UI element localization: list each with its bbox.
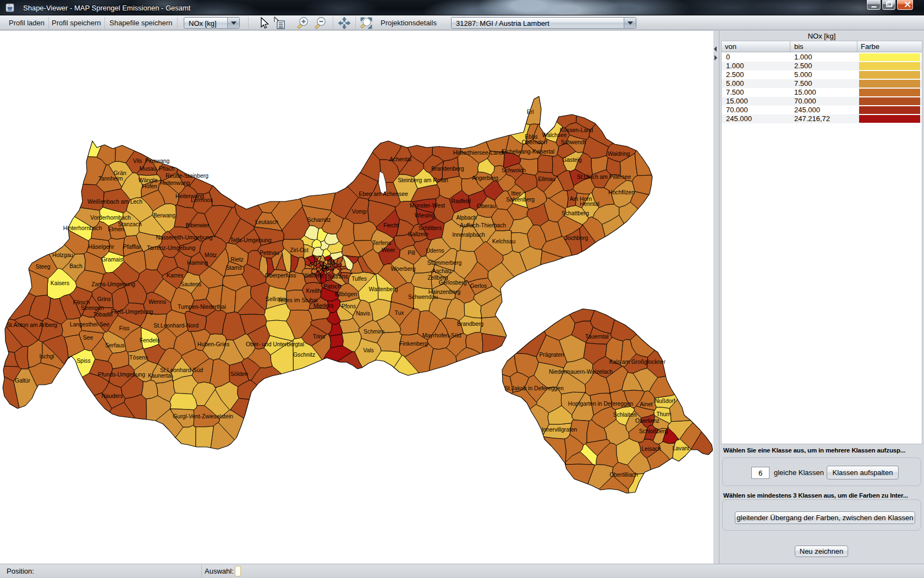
svg-text:Gurgl-Vent-Zwieselstein: Gurgl-Vent-Zwieselstein — [173, 413, 233, 419]
svg-text:Aschau: Aschau — [432, 268, 452, 274]
svg-text:Musau: Musau — [140, 166, 157, 172]
svg-text:Strengen: Strengen — [81, 305, 104, 311]
svg-text:Prägraten: Prägraten — [539, 352, 564, 358]
svg-text:Leutasch: Leutasch — [255, 219, 278, 225]
svg-text:Sautens: Sautens — [180, 281, 201, 287]
svg-text:Galtür: Galtür — [15, 378, 31, 384]
svg-text:Salvenberg: Salvenberg — [506, 197, 535, 203]
svg-text:Heitenwang: Heitenwang — [160, 180, 190, 186]
svg-text:Ellmau: Ellmau — [538, 176, 556, 182]
svg-text:Zirl-Ost: Zirl-Ost — [290, 247, 309, 253]
svg-text:Nauders: Nauders — [102, 393, 123, 399]
svg-text:Vorderhornbach: Vorderhornbach — [90, 215, 131, 221]
svg-text:Tösens: Tösens — [129, 355, 148, 361]
svg-text:Brandberg: Brandberg — [457, 321, 483, 327]
svg-text:Gerlosberg: Gerlosberg — [439, 280, 467, 286]
svg-text:Rietz: Rietz — [230, 257, 243, 263]
svg-text:Pfunds-Umgebung: Pfunds-Umgebung — [98, 372, 145, 378]
svg-text:St.Anton am Arlberg: St.Anton am Arlberg — [7, 322, 57, 328]
svg-text:Fiecht: Fiecht — [383, 222, 399, 228]
svg-text:Patsch: Patsch — [323, 283, 341, 290]
svg-text:Gallzein: Gallzein — [408, 231, 428, 237]
svg-text:Ainet: Ainet — [640, 401, 653, 407]
svg-text:Biberwier: Biberwier — [186, 222, 210, 228]
svg-text:Stummerberg: Stummerberg — [427, 260, 462, 266]
svg-text:Kals am Großglockner: Kals am Großglockner — [609, 359, 666, 365]
svg-text:Gasteig: Gasteig — [562, 157, 582, 163]
svg-text:Pill: Pill — [408, 250, 415, 256]
svg-text:Gerlos: Gerlos — [470, 283, 487, 289]
svg-text:Pettnau: Pettnau — [260, 250, 279, 256]
svg-text:Auffach-Thierbach: Auffach-Thierbach — [460, 222, 506, 228]
svg-text:Telfs-Umgebung: Telfs-Umgebung — [230, 237, 272, 243]
svg-text:Inneralpbach: Inneralpbach — [452, 232, 485, 238]
svg-text:Tux: Tux — [395, 310, 405, 316]
svg-text:Wiesing: Wiesing — [415, 212, 435, 219]
svg-text:Alpbach: Alpbach — [456, 215, 476, 221]
svg-text:Weißenbach am Lech: Weißenbach am Lech — [87, 199, 142, 205]
svg-text:Vals: Vals — [363, 347, 373, 353]
svg-text:Kelchsau: Kelchsau — [492, 238, 516, 244]
svg-text:Reutte-Steinberg: Reutte-Steinberg — [166, 173, 208, 179]
svg-text:Nußdorf: Nußdorf — [654, 398, 675, 404]
svg-text:Trins: Trins — [313, 334, 326, 340]
svg-text:Lermoos: Lermoos — [191, 197, 213, 203]
svg-text:Münster-West: Münster-West — [410, 203, 445, 209]
svg-text:Kössen-Land: Kössen-Land — [560, 127, 593, 133]
svg-text:Fiss: Fiss — [119, 325, 130, 331]
svg-text:Serfaus: Serfaus — [105, 342, 125, 348]
svg-text:Niedermauern-Weizelach: Niedermauern-Weizelach — [549, 369, 613, 375]
svg-text:Tumpen-Niederthai: Tumpen-Niederthai — [178, 304, 226, 310]
svg-text:Schlitters: Schlitters — [419, 225, 442, 231]
svg-text:Oberlienz: Oberlienz — [635, 418, 659, 424]
svg-text:Lavant: Lavant — [673, 445, 690, 451]
svg-text:Höfen: Höfen — [142, 183, 157, 189]
svg-text:Mayrhofen-Süd: Mayrhofen-Süd — [422, 332, 461, 339]
svg-text:Gschnitz: Gschnitz — [293, 352, 315, 358]
svg-text:Terfens: Terfens — [372, 240, 391, 246]
svg-text:Gramais: Gramais — [102, 257, 123, 263]
svg-text:Henntal: Henntal — [580, 201, 600, 207]
svg-text:Obertilliach: Obertilliach — [609, 472, 638, 478]
svg-text:Tarrenz-Umgebung: Tarrenz-Umgebung — [147, 245, 195, 251]
svg-text:Schwoich: Schwoich — [502, 167, 526, 173]
svg-text:Tannheim: Tannheim — [98, 176, 123, 182]
svg-text:Hochfilzen: Hochfilzen — [608, 189, 635, 195]
svg-text:Pfafflar: Pfafflar — [123, 244, 141, 250]
svg-text:Erl: Erl — [527, 109, 534, 115]
svg-text:Weer: Weer — [382, 247, 395, 253]
svg-text:Uderns: Uderns — [426, 248, 444, 254]
svg-text:St.Ulrich am Pillersee: St.Ulrich am Pillersee — [577, 174, 631, 180]
svg-text:Langesthei-See: Langesthei-See — [70, 321, 109, 328]
svg-text:Ellbögen: Ellbögen — [335, 291, 357, 297]
svg-text:Holzgau: Holzgau — [52, 252, 73, 258]
svg-text:Kreith: Kreith — [306, 288, 321, 294]
svg-text:Steinberg am Rofan: Steinberg am Rofan — [398, 177, 448, 183]
svg-text:Scharnitz: Scharnitz — [307, 217, 331, 223]
svg-text:Wängle: Wängle — [139, 177, 158, 183]
svg-text:Mötz: Mötz — [205, 252, 217, 258]
svg-text:Schlaiten: Schlaiten — [613, 412, 637, 418]
svg-text:Finkenberg: Finkenberg — [399, 341, 428, 347]
svg-text:Oberndorf: Oberndorf — [522, 139, 548, 145]
svg-text:Jochberg: Jochberg — [565, 235, 588, 241]
svg-text:Radfeld: Radfeld — [451, 198, 471, 204]
svg-text:Innervillgraten: Innervillgraten — [542, 427, 578, 433]
svg-text:Fließ-Umgebung: Fließ-Umgebung — [111, 309, 153, 315]
svg-text:Berwang: Berwang — [153, 212, 176, 219]
svg-text:Woerberg: Woerberg — [391, 266, 415, 272]
svg-text:Bach: Bach — [69, 263, 82, 269]
svg-text:Wattenberg: Wattenberg — [369, 286, 398, 292]
svg-text:Pfons: Pfons — [342, 303, 356, 309]
svg-text:Wenns: Wenns — [148, 299, 166, 305]
svg-text:See: See — [83, 335, 94, 341]
svg-text:Oberau: Oberau — [477, 203, 496, 209]
svg-text:Elmen: Elmen — [108, 226, 124, 232]
svg-text:Hinterhornbach: Hinterhornbach — [63, 225, 102, 231]
svg-text:Karres: Karres — [167, 272, 183, 279]
svg-text:Achental: Achental — [389, 156, 411, 162]
svg-text:Grins: Grins — [97, 296, 111, 302]
svg-text:Sölden: Sölden — [230, 371, 248, 377]
svg-text:Schloßberg: Schloßberg — [639, 428, 668, 434]
svg-text:Leisach: Leisach — [641, 446, 661, 452]
